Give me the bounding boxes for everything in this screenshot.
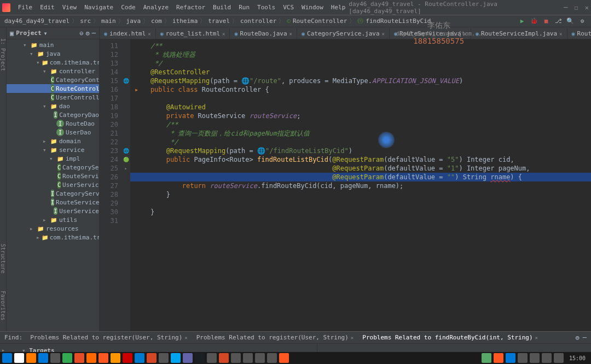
menu-file[interactable]: File [15,3,36,12]
editor-tab-RouteService-java[interactable]: ◉RouteService.java✕ [390,28,471,39]
menu-tools[interactable]: Tools [254,3,279,12]
code-line-29[interactable] [130,199,591,208]
editor-tab-index-html[interactable]: ◉index.html✕ [100,28,156,39]
editor-tab-RouteDao-java[interactable]: ◉RouteDao.java✕ [230,28,297,39]
tree-item-categoryservice[interactable]: ICategoryService [7,189,99,198]
taskbar-app-11[interactable] [135,353,144,363]
menu-vcs[interactable]: VCS [280,3,297,12]
find-tab[interactable]: Problems Related to register(User, Strin… [27,333,191,342]
code-line-13[interactable]: */ [130,59,591,68]
maximize-button[interactable]: ☐ [575,4,578,11]
code-line-18[interactable]: @Autowired [130,103,591,111]
taskbar-app-0[interactable] [2,353,12,363]
tree-item-categoryservice[interactable]: CCategoryService [7,163,99,172]
tree-item-dao[interactable]: ▾📁dao [7,102,99,110]
taskbar-app-5[interactable] [62,353,72,363]
breadcrumb[interactable]: day46_day49_travel〉src〉main〉java〉com〉ith… [4,17,431,25]
tray-icon[interactable] [542,353,552,363]
tree-item-categorydao[interactable]: ICategoryDao [7,110,99,119]
taskbar-app-19[interactable] [231,353,241,363]
editor-tab-CategoryService-java[interactable]: ◉CategoryService.java✕ [297,28,390,39]
tray-icon[interactable] [518,353,528,363]
breadcrumb-item[interactable]: itheima [172,17,198,25]
menu-navigate[interactable]: Navigate [81,3,117,12]
taskbar-app-8[interactable] [99,353,108,363]
taskbar-app-13[interactable] [159,353,169,363]
taskbar-app-23[interactable] [279,353,289,363]
tree-item-java[interactable]: ▾📁java [7,49,99,58]
menu-analyze[interactable]: Analyze [140,3,172,12]
breadcrumb-item[interactable]: java [126,17,141,25]
search-icon[interactable]: 🔍 [566,17,575,26]
code-line-23[interactable]: @RequestMapping(path = 🌐"/findRouteListB… [130,146,591,155]
taskbar-app-22[interactable] [267,353,277,363]
minimize-button[interactable]: ─ [564,4,567,11]
taskbar-app-17[interactable] [207,353,217,363]
settings-icon[interactable]: ⚙ [578,17,587,26]
taskbar-app-21[interactable] [255,353,265,363]
menu-code[interactable]: Code [118,3,139,12]
tree-item-userservice[interactable]: IUserService [7,207,99,215]
find-hide-icon[interactable]: ─ [583,334,587,342]
taskbar-app-3[interactable] [38,353,48,363]
taskbar-app-20[interactable] [243,353,253,363]
code-line-26[interactable]: @RequestParam(defaultValue = "") String … [130,173,591,181]
breadcrumb-item[interactable]: findRouteListByCid [366,17,431,25]
taskbar-app-14[interactable] [171,353,181,363]
code-line-28[interactable]: } [130,190,591,199]
taskbar-app-6[interactable] [74,353,84,363]
code-line-11[interactable]: /** [130,42,591,50]
code-line-12[interactable]: * 线路处理器 [130,50,591,59]
code-line-21[interactable]: * 查询一页数据，给cid和pageNum指定默认值 [130,129,591,138]
structure-tool-button[interactable]: Structure [0,244,6,273]
tree-item-routeserviceimp[interactable]: CRouteServiceImp [7,172,99,180]
menu-refactor[interactable]: Refactor [173,3,208,12]
breadcrumb-item[interactable]: travel [208,17,230,25]
find-tab[interactable]: Problems Related to register(User, Strin… [193,333,357,342]
stop-button[interactable]: ■ [542,17,551,26]
tree-item-domain[interactable]: ▸📁domain [7,137,99,145]
tray-icon[interactable] [494,353,503,363]
settings-icon[interactable]: ⚙ [86,30,90,37]
code-line-14[interactable]: @RestController [130,68,591,77]
find-tab[interactable]: Problems Related to findRouteByCid(int, … [359,333,541,342]
project-dropdown[interactable]: ▣ [10,30,14,37]
tray-icon[interactable] [482,353,491,363]
menu-view[interactable]: View [59,3,80,12]
run-button[interactable]: ▶ [518,17,526,26]
taskbar-app-16[interactable] [195,353,205,363]
code-line-17[interactable] [130,94,591,103]
git-icon[interactable]: ⎇ [554,17,563,26]
code-line-20[interactable]: /** [130,120,591,129]
tree-item-userdao[interactable]: IUserDao [7,128,99,137]
hide-icon[interactable]: ─ [92,30,96,37]
tray-icon[interactable] [530,353,540,363]
taskbar-app-9[interactable] [111,353,120,363]
code-line-30[interactable]: } [130,208,591,216]
breadcrumb-item[interactable]: RouteController [293,17,347,25]
breadcrumb-item[interactable]: src [80,17,91,25]
tree-item-usercontroller[interactable]: CUserController [7,93,99,102]
tree-item-service[interactable]: ▾📁service [7,145,99,154]
code-line-19[interactable]: private RouteService routeService; [130,111,591,120]
tree-item-impl[interactable]: ▾📁impl [7,154,99,163]
code-line-24[interactable]: public PageInfo<Route> findRouteListByCi… [130,155,591,164]
taskbar-app-15[interactable] [183,353,193,363]
favorites-tool-button[interactable]: Favorites [0,291,6,320]
tree-item-routeservice[interactable]: IRouteService [7,198,99,207]
tree-item-com-itheima-travel-da[interactable]: ▸📁com.itheima.travel.da [7,233,99,242]
breadcrumb-item[interactable]: com [151,17,162,25]
code-line-25[interactable]: @RequestParam(defaultValue = "1") Intege… [130,164,591,173]
editor-tab-RouteDao-xml[interactable]: ◉RouteDao.xml✕ [567,28,591,39]
tray-icon[interactable] [554,353,564,363]
find-settings-icon[interactable]: ⚙ [576,334,580,342]
taskbar-app-10[interactable] [123,353,132,363]
taskbar-app-12[interactable] [147,353,157,363]
tree-item-userserviceimpl[interactable]: CUserServiceImpl [7,180,99,189]
tree-item-main[interactable]: ▾📁main [7,40,99,49]
menu-help[interactable]: Help [328,3,349,12]
taskbar-app-18[interactable] [219,353,229,363]
menu-window[interactable]: Window [298,3,327,12]
code-line-31[interactable] [130,216,591,225]
editor-tab-RouteServiceImpl-java[interactable]: ◉RouteServiceImpl.java✕ [471,28,567,39]
